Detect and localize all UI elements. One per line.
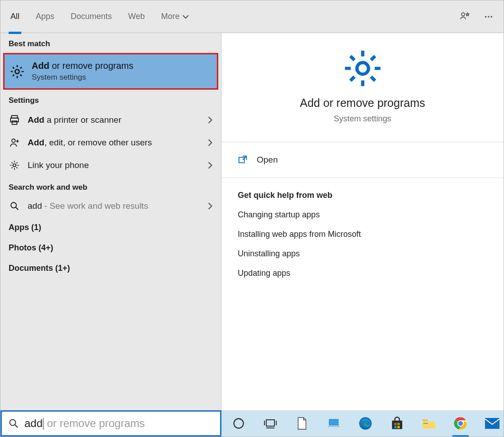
chevron-right-icon	[207, 161, 213, 169]
chevron-down-icon	[182, 14, 189, 19]
edge-icon	[359, 417, 372, 430]
printer-icon	[9, 114, 20, 126]
section-best-match: Best match	[0, 33, 221, 52]
search-icon	[10, 201, 19, 211]
help-heading: Get quick help from web	[238, 191, 487, 200]
chevron-right-icon	[207, 139, 213, 147]
open-icon	[238, 155, 248, 165]
svg-point-11	[357, 62, 369, 74]
category-apps[interactable]: Apps (1)	[0, 216, 221, 237]
best-match-subtitle: System settings	[32, 73, 134, 82]
tab-more[interactable]: More	[159, 7, 191, 26]
tab-all[interactable]: All	[9, 7, 21, 26]
svg-point-8	[12, 139, 15, 143]
preview-subtitle: System settings	[334, 114, 391, 124]
svg-point-9	[13, 164, 16, 167]
svg-point-3	[491, 16, 493, 18]
results-panel: Best match Add or remove programs System…	[0, 33, 221, 410]
chrome-icon	[454, 417, 467, 430]
section-search-web: Search work and web	[0, 177, 221, 196]
cortana-icon	[232, 417, 245, 430]
gear-icon	[9, 63, 25, 80]
taskbar-laptop-app[interactable]	[326, 415, 342, 432]
section-settings: Settings	[0, 90, 221, 109]
svg-rect-20	[398, 423, 400, 425]
svg-rect-22	[398, 426, 400, 428]
taskbar-document-app[interactable]	[294, 415, 310, 432]
svg-rect-23	[423, 423, 428, 424]
tab-documents[interactable]: Documents	[69, 7, 114, 26]
chevron-right-icon	[207, 202, 213, 210]
more-options-icon[interactable]	[484, 12, 494, 22]
search-text: add or remove programs	[24, 417, 145, 430]
feedback-icon[interactable]	[459, 11, 471, 23]
svg-point-10	[11, 202, 16, 208]
category-photos[interactable]: Photos (4+)	[0, 237, 221, 257]
preview-title: Add or remove programs	[300, 96, 425, 110]
help-link[interactable]: Installing web apps from Microsoft	[238, 230, 487, 239]
tab-apps[interactable]: Apps	[34, 7, 56, 26]
svg-point-26	[458, 421, 463, 426]
svg-rect-21	[394, 426, 397, 428]
search-input[interactable]: add or remove programs	[0, 410, 221, 437]
laptop-icon	[326, 418, 341, 429]
taskbar-task-view[interactable]	[262, 415, 278, 432]
mail-icon	[485, 418, 499, 429]
svg-point-2	[488, 16, 490, 18]
taskbar-mail[interactable]	[484, 415, 500, 432]
taskbar-cortana[interactable]	[230, 415, 247, 432]
help-link[interactable]: Updating apps	[238, 269, 487, 278]
gear-icon	[9, 159, 20, 171]
person-plus-icon	[9, 137, 20, 149]
settings-item-users[interactable]: Add, edit, or remove other users	[0, 131, 221, 154]
taskbar-edge[interactable]	[357, 415, 374, 432]
svg-point-13	[10, 420, 16, 426]
svg-rect-7	[12, 121, 17, 125]
best-match-title: Add or remove programs	[32, 61, 134, 71]
taskbar-file-explorer[interactable]	[421, 415, 437, 432]
best-match-result[interactable]: Add or remove programs System settings	[3, 53, 218, 90]
search-icon	[8, 418, 19, 429]
document-icon	[296, 417, 308, 430]
svg-rect-12	[239, 158, 245, 163]
search-filter-tabs: All Apps Documents Web More	[0, 0, 504, 33]
taskbar-chrome[interactable]	[452, 415, 469, 432]
help-link[interactable]: Changing startup apps	[238, 210, 487, 220]
svg-rect-15	[266, 420, 274, 426]
svg-point-14	[234, 419, 244, 428]
chevron-right-icon	[207, 116, 213, 124]
svg-point-0	[461, 13, 465, 16]
settings-item-link-phone[interactable]: Link your phone	[0, 154, 221, 177]
taskbar	[221, 410, 504, 437]
help-link[interactable]: Uninstalling apps	[238, 249, 487, 259]
folder-icon	[422, 418, 436, 429]
svg-point-4	[15, 69, 19, 73]
svg-rect-19	[394, 423, 397, 425]
preview-panel: Add or remove programs System settings O…	[221, 33, 504, 410]
tab-web[interactable]: Web	[126, 7, 147, 26]
settings-item-printer[interactable]: Add a printer or scanner	[0, 109, 221, 131]
category-documents[interactable]: Documents (1+)	[0, 257, 221, 278]
taskbar-store[interactable]	[389, 415, 405, 432]
web-search-item[interactable]: add - See work and web results	[0, 196, 221, 216]
svg-rect-18	[392, 421, 403, 429]
svg-point-1	[485, 16, 487, 18]
open-action[interactable]: Open	[221, 142, 504, 178]
svg-rect-27	[485, 418, 499, 429]
task-view-icon	[264, 418, 277, 429]
gear-icon	[341, 47, 384, 90]
store-icon	[390, 417, 404, 430]
svg-rect-16	[329, 419, 338, 425]
bottom-bar: add or remove programs	[0, 410, 504, 437]
